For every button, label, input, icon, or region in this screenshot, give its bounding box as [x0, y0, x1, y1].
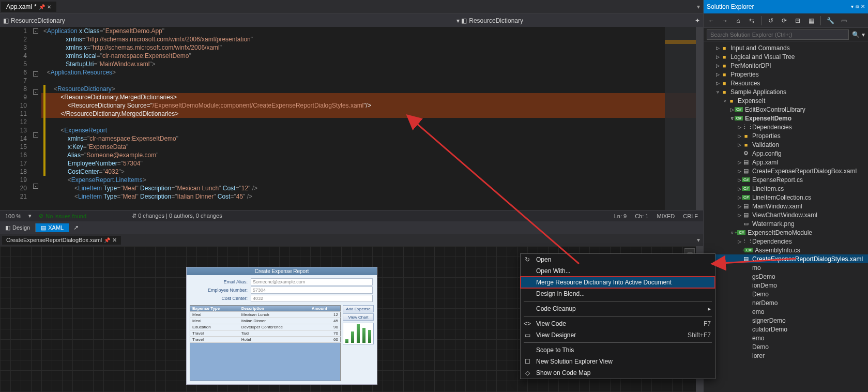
context-menu[interactable]: ↻OpenOpen With...Merge Resource Dictiona…: [520, 253, 715, 379]
fold-gutter[interactable]: -----: [31, 27, 41, 210]
menu-item[interactable]: ↻Open: [521, 254, 715, 265]
tree-node[interactable]: ▷■Properties: [704, 70, 868, 79]
menu-item[interactable]: Design in Blend...: [521, 288, 715, 299]
view-chart-button[interactable]: View Chart: [343, 313, 374, 321]
tree-node[interactable]: ▤CreateExpenseReportDialogStyles.xaml: [704, 254, 868, 263]
tree-node[interactable]: culatorDemo: [704, 325, 868, 334]
tree-node[interactable]: mo: [704, 263, 868, 272]
line-ending[interactable]: CRLF: [683, 213, 698, 219]
switch-view-icon[interactable]: ⇆: [746, 15, 757, 26]
xaml-view-button[interactable]: ▤ XAML: [36, 223, 69, 232]
forward-icon[interactable]: →: [719, 15, 730, 26]
add-expense-button[interactable]: Add Expense: [343, 305, 374, 312]
close-icon[interactable]: ✕: [112, 237, 117, 244]
design-view-button[interactable]: ◧ Design: [0, 223, 36, 232]
tree-node[interactable]: ▷■Logical and Visual Tree: [704, 52, 868, 61]
properties-icon[interactable]: 🔧: [825, 15, 836, 26]
tree-node[interactable]: gsDemo: [704, 272, 868, 281]
panel-pin-icon[interactable]: ⧈: [856, 4, 859, 10]
line-number[interactable]: Ln: 9: [614, 213, 627, 219]
char-number[interactable]: Ch: 1: [635, 213, 648, 219]
collapse-icon[interactable]: ⊟: [792, 15, 803, 26]
zoom-level[interactable]: 100 %: [5, 213, 21, 219]
split-icon[interactable]: ✦: [695, 17, 700, 24]
tree-node[interactable]: ▷■Validation: [704, 140, 868, 149]
menu-item[interactable]: Code Cleanup▸: [521, 303, 715, 314]
tree-node[interactable]: ▷⋮⋮Dependencies: [704, 237, 868, 246]
search-dropdown-icon[interactable]: ▾: [860, 31, 865, 38]
designer-tab[interactable]: CreateExpenseReportDialogBox.xaml 📌 ✕: [2, 236, 121, 245]
tree-node[interactable]: signerDemo: [704, 316, 868, 325]
issues-text[interactable]: No issues found: [45, 213, 86, 219]
panel-menu-icon[interactable]: ▾: [851, 4, 854, 10]
menu-item[interactable]: ▭View DesignerShift+F7: [521, 329, 715, 341]
minimap[interactable]: [665, 27, 696, 210]
refresh-icon[interactable]: ⟳: [779, 15, 790, 26]
code-editor[interactable]: 123456789101112131415161718192021 ----- …: [0, 27, 703, 210]
preview-icon[interactable]: ▭: [838, 15, 849, 26]
search-icon[interactable]: 🔍: [849, 31, 860, 38]
tree-node[interactable]: emo: [704, 334, 868, 342]
tree-node[interactable]: ▷■PerMonitorDPI: [704, 61, 868, 70]
tree-node[interactable]: ▷▤MainWindow.xaml: [704, 202, 868, 210]
tabbar-menu-icon[interactable]: ▾: [697, 3, 700, 10]
tree-node[interactable]: Demo: [704, 290, 868, 298]
tab-label: App.xaml: [6, 3, 32, 10]
tree-node[interactable]: ionDemo: [704, 281, 868, 290]
tree-node[interactable]: ▭Watermark.png: [704, 219, 868, 228]
tree-node[interactable]: +C#AssemblyInfo.cs: [704, 246, 868, 254]
menu-item[interactable]: Open With...: [521, 265, 715, 277]
dialog-title: Create Expense Report: [187, 267, 377, 275]
tree-node[interactable]: ▷▤CreateExpenseReportDialogBox.xaml: [704, 167, 868, 175]
tree-node[interactable]: ⚙App.config: [704, 149, 868, 158]
menu-item[interactable]: ◇Show on Code Map: [521, 367, 715, 379]
tree-node[interactable]: ▷▤App.xaml: [704, 158, 868, 167]
menu-item[interactable]: Scope to This: [521, 344, 715, 356]
code-area[interactable]: <Application x:Class="ExpenseItDemo.App"…: [41, 27, 703, 210]
panel-close-icon[interactable]: ✕: [861, 4, 865, 10]
tree-node[interactable]: emo: [704, 307, 868, 316]
tree-node[interactable]: lorer: [704, 351, 868, 360]
nav-right[interactable]: ▾ ◧ ResourceDictionary: [456, 17, 523, 24]
tab-app-xaml[interactable]: App.xaml* 📌 ✕: [1, 2, 56, 12]
se-search-input[interactable]: [707, 29, 849, 40]
sync-icon[interactable]: ↺: [765, 15, 776, 26]
tree-node[interactable]: nerDemo: [704, 298, 868, 307]
source-control-info[interactable]: ⇵ 0 changes | 0 authors, 0 changes: [132, 213, 222, 219]
back-icon[interactable]: ←: [706, 15, 717, 26]
tree-node[interactable]: ▷⋮⋮Dependencies: [704, 123, 868, 131]
show-all-icon[interactable]: ▦: [805, 15, 817, 26]
nav-left[interactable]: ◧ ResourceDictionary: [3, 17, 65, 24]
menu-item[interactable]: ☐New Solution Explorer View: [521, 356, 715, 367]
cost-label: Cost Center:: [191, 296, 248, 301]
menu-item[interactable]: Merge Resource Dictionary Into Active Do…: [521, 277, 715, 288]
home-icon[interactable]: ⌂: [733, 15, 744, 26]
tree-node[interactable]: Demo: [704, 342, 868, 351]
tabs-mode[interactable]: MIXED: [657, 213, 675, 219]
tree-node[interactable]: ▷C#LineItemCollection.cs: [704, 193, 868, 202]
tree-node[interactable]: ▿+C#ExpenseItDemoModule: [704, 228, 868, 237]
se-toolbar: ← → ⌂ ⇆ ↺ ⟳ ⊟ ▦ 🔧 ▭: [704, 13, 868, 28]
alias-input[interactable]: [251, 278, 373, 285]
cost-input[interactable]: [251, 295, 373, 302]
tree-node[interactable]: ▷C#ExpenseReport.cs: [704, 175, 868, 184]
tree-node[interactable]: ▷■Resources: [704, 79, 868, 87]
tree-node[interactable]: ▷■Input and Commands: [704, 43, 868, 52]
tree-node[interactable]: ▿■Sample Applications: [704, 87, 868, 96]
close-icon[interactable]: ✕: [47, 4, 51, 10]
editor-scrollbar[interactable]: [696, 27, 703, 210]
tree-node[interactable]: ▷C#LineItem.cs: [704, 184, 868, 193]
designer-tabbar-menu-icon[interactable]: ▾: [697, 236, 700, 244]
pin-icon[interactable]: 📌: [39, 4, 45, 10]
pin-icon[interactable]: 📌: [104, 237, 110, 243]
se-tree[interactable]: ▷■Input and Commands▷■Logical and Visual…: [704, 41, 868, 392]
popout-icon[interactable]: ↗: [69, 223, 83, 232]
menu-item[interactable]: <>View CodeF7: [521, 318, 715, 329]
tree-node[interactable]: ▿■ExpenseIt: [704, 96, 868, 105]
empno-input[interactable]: [251, 287, 373, 294]
tree-node[interactable]: ▷▤ViewChartWindow.xaml: [704, 210, 868, 219]
tree-node[interactable]: ▷C#EditBoxControlLibrary: [704, 105, 868, 114]
tree-node[interactable]: ▷■Properties: [704, 131, 868, 140]
tree-node[interactable]: ▿C#ExpenseItDemo: [704, 114, 868, 123]
line-gutter: 123456789101112131415161718192021: [0, 27, 31, 210]
